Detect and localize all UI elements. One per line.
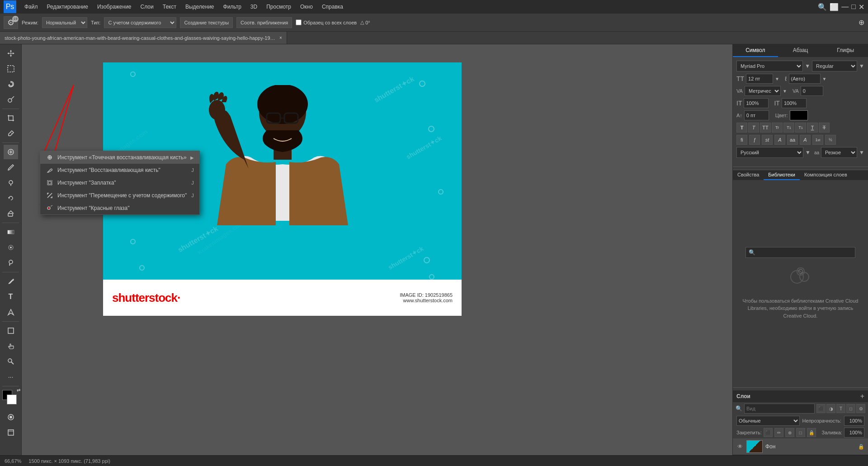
menu-image[interactable]: Изображение xyxy=(94,3,135,11)
horizontal-scale-input[interactable] xyxy=(782,98,807,108)
all-layers-checkbox[interactable] xyxy=(296,19,302,25)
layer-mode-select[interactable]: Обычные xyxy=(736,416,800,426)
smallcaps-button[interactable]: Tr xyxy=(772,123,783,133)
close-icon[interactable]: ✕ xyxy=(859,3,864,11)
cm-healing[interactable]: Инструмент "Восстанавливающая кисть" J xyxy=(40,164,199,176)
cm-patch[interactable]: Инструмент "Заплатка" J xyxy=(40,176,199,189)
gradient-tool[interactable] xyxy=(4,225,18,239)
document-tab[interactable]: stock-photo-young-african-american-man-w… xyxy=(0,32,287,44)
tab-composition[interactable]: Композиция слоев xyxy=(800,170,852,180)
menu-edit[interactable]: Редактирование xyxy=(43,3,92,11)
search-icon[interactable]: 🔍 xyxy=(818,3,827,11)
oldstyle-button[interactable]: ƒ xyxy=(749,135,760,145)
opacity-input[interactable] xyxy=(844,416,864,426)
swash-button[interactable]: A xyxy=(774,135,785,145)
allcaps-button[interactable]: TT xyxy=(760,123,771,133)
zoom-tool[interactable] xyxy=(4,354,18,369)
baseline-input[interactable] xyxy=(744,110,769,120)
font-style-select[interactable]: Regular xyxy=(812,61,857,71)
tab-character[interactable]: Символ xyxy=(733,44,778,57)
superscript-button[interactable]: T1 xyxy=(783,123,794,133)
lock-position-btn[interactable]: ⊕ xyxy=(785,428,794,437)
color-picker[interactable]: ⇄ xyxy=(2,390,19,407)
layers-search-input[interactable] xyxy=(744,404,815,414)
menu-help[interactable]: Справка xyxy=(318,3,347,11)
cm-content-aware-move[interactable]: Инструмент "Перемещение с учетом содержи… xyxy=(40,189,199,202)
more-tools[interactable]: ··· xyxy=(4,370,18,384)
lasso-tool[interactable] xyxy=(4,77,18,91)
titling-button[interactable]: aa xyxy=(787,135,798,145)
tab-properties[interactable]: Свойства xyxy=(733,170,764,180)
screen-mode-icon[interactable]: ⬜ xyxy=(830,3,839,11)
layer-visibility-toggle[interactable]: 👁 xyxy=(736,443,744,450)
tab-paragraph[interactable]: Абзац xyxy=(778,44,823,57)
menu-text[interactable]: Текст xyxy=(159,3,180,11)
maximize-icon[interactable]: □ xyxy=(851,3,856,11)
text-color-swatch[interactable] xyxy=(790,110,808,120)
underline-button[interactable]: T xyxy=(807,123,818,133)
filter-adjustment-btn[interactable]: ◑ xyxy=(826,404,835,413)
menu-view[interactable]: Просмотр xyxy=(263,3,295,11)
type-select[interactable]: С учетом содержимого xyxy=(104,17,176,28)
menu-file[interactable]: Файл xyxy=(21,3,42,11)
filter-smart-btn[interactable]: ⚙ xyxy=(856,404,865,413)
minimize-icon[interactable]: — xyxy=(841,3,849,11)
lock-image-btn[interactable]: ✏ xyxy=(774,428,783,437)
ordinal-button[interactable]: st xyxy=(762,135,773,145)
ligature-button[interactable]: fi xyxy=(736,135,747,145)
kerning-select[interactable]: Метрически xyxy=(745,86,781,96)
kerning-dropdown[interactable]: ▼ xyxy=(783,89,787,94)
bold-button[interactable]: T xyxy=(736,123,747,133)
vertical-scale-input[interactable] xyxy=(744,98,769,108)
quick-mask-toggle[interactable] xyxy=(4,410,18,424)
tab-libraries[interactable]: Библиотеки xyxy=(764,170,800,180)
text-tool[interactable]: T xyxy=(4,290,18,304)
clone-stamp-tool[interactable] xyxy=(4,176,18,190)
menu-filter[interactable]: Фильтр xyxy=(220,3,245,11)
fraction-button[interactable]: ½ xyxy=(825,135,836,145)
tab-glyphs[interactable]: Глифы xyxy=(823,44,868,57)
quick-select-tool[interactable] xyxy=(4,92,18,107)
sharpness-select[interactable]: Резкое xyxy=(821,147,857,158)
dodge-tool[interactable] xyxy=(4,256,18,270)
lock-all-btn[interactable]: 🔒 xyxy=(807,428,816,437)
add-layer-button[interactable]: + xyxy=(860,392,864,400)
font-name-select[interactable]: Myriad Pro xyxy=(736,61,803,71)
cm-red-eye[interactable]: Инструмент "Красные глаза" xyxy=(40,202,199,214)
menu-window[interactable]: Окно xyxy=(297,3,316,11)
target-icon[interactable]: ⊕ xyxy=(859,18,864,27)
menu-layers[interactable]: Слои xyxy=(137,3,157,11)
font-size-dropdown[interactable]: ▼ xyxy=(775,76,779,81)
eraser-tool[interactable] xyxy=(4,206,18,221)
lock-pixels-btn[interactable]: ⬛ xyxy=(764,428,773,437)
fill-input[interactable] xyxy=(844,428,864,437)
sharpness-dropdown-icon[interactable]: ▼ xyxy=(859,149,864,156)
filter-shape-btn[interactable]: □ xyxy=(846,404,855,413)
close-tab-button[interactable]: × xyxy=(279,35,282,40)
cm-spot-healing[interactable]: Инструмент «Точечная восстанавливающая к… xyxy=(40,151,199,164)
language-select[interactable]: Русский xyxy=(736,147,803,158)
move-tool[interactable] xyxy=(4,46,18,61)
layer-item-background[interactable]: 👁 Фон 🔒 xyxy=(733,438,868,455)
lock-artboard-btn[interactable]: □ xyxy=(796,428,805,437)
history-brush-tool[interactable] xyxy=(4,191,18,205)
brush-tool[interactable] xyxy=(4,160,18,175)
menu-select[interactable]: Выделение xyxy=(182,3,218,11)
language-dropdown-icon[interactable]: ▼ xyxy=(805,149,811,156)
crop-tool[interactable] xyxy=(4,111,18,125)
rectangle-tool[interactable] xyxy=(4,323,18,338)
contextual-button[interactable]: A xyxy=(800,135,811,145)
tracking-input[interactable] xyxy=(801,86,823,96)
background-color[interactable] xyxy=(7,395,17,404)
font-dropdown-icon[interactable]: ▼ xyxy=(805,63,810,69)
leading-dropdown[interactable]: ▼ xyxy=(822,76,827,81)
all-layers-checkbox-label[interactable]: Образец со всех слоев xyxy=(296,19,357,25)
hand-tool[interactable] xyxy=(4,339,18,353)
tool-selector[interactable]: ⚙ 19 xyxy=(4,16,18,29)
strikethrough-button[interactable]: T xyxy=(819,123,830,133)
font-style-dropdown-icon[interactable]: ▼ xyxy=(859,63,864,69)
eyedropper-tool[interactable] xyxy=(4,126,18,141)
font-size-input[interactable] xyxy=(746,74,773,84)
canvas-area[interactable]: Krakenimages.com Krakenimages.com shutte… xyxy=(22,44,732,455)
filter-type-btn[interactable]: T xyxy=(836,404,845,413)
